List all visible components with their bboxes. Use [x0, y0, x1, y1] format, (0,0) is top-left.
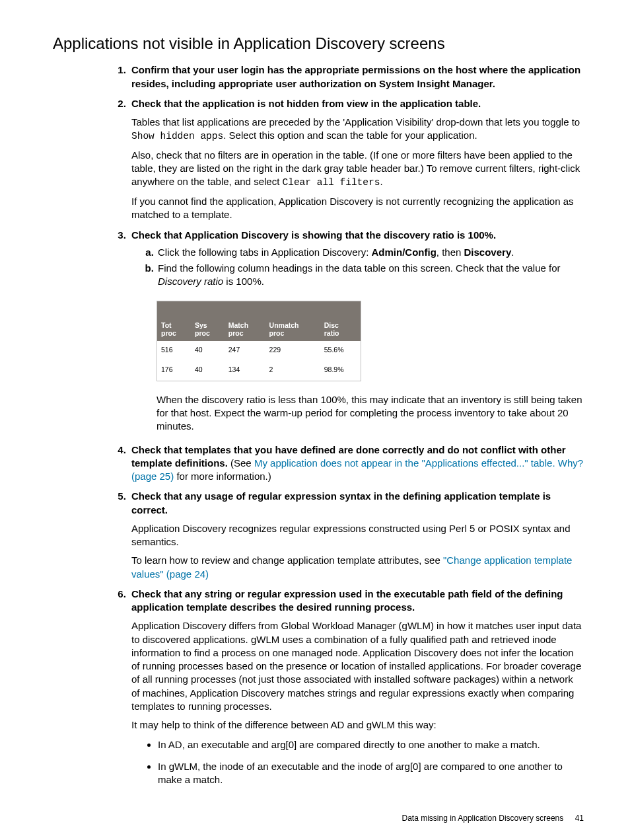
list-item-4: Check that templates that you have defin…	[129, 443, 584, 484]
item-2-heading: Check that the application is not hidden…	[131, 98, 481, 109]
list-item-3: Check that Application Discovery is show…	[129, 229, 584, 434]
item-3-heading: Check that Application Discovery is show…	[131, 229, 496, 241]
page-footer: Data missing in Application Discovery sc…	[53, 813, 584, 823]
item-3-after-paragraph: When the discovery ratio is less than 10…	[157, 393, 584, 434]
item-5-heading: Check that any usage of regular expressi…	[131, 490, 551, 515]
item-2-paragraph-2: Also, check that no filters are in opera…	[131, 149, 584, 190]
list-item-2: Check that the application is not hidden…	[129, 97, 584, 222]
item-5-paragraph-2: To learn how to review and change applic…	[131, 554, 584, 581]
item-6-bullets: In AD, an executable and arg[0] are comp…	[131, 738, 584, 786]
list-item-6: Check that any string or regular express…	[129, 588, 584, 786]
bullet-gwlm: In gWLM, the inode of an executable and …	[158, 760, 584, 787]
item-3a: Click the following tabs in Application …	[157, 246, 584, 259]
item-6-paragraph-2: It may help to think of the difference b…	[131, 718, 584, 732]
item-6-heading: Check that any string or regular express…	[131, 588, 563, 613]
section-title: Applications not visible in Application …	[53, 33, 584, 54]
main-ordered-list: Confirm that your user login has the app…	[53, 63, 584, 786]
th-match-proc: Matchproc	[225, 319, 265, 341]
th-disc-ratio: Discratio	[320, 319, 361, 341]
item-1-heading: Confirm that your user login has the app…	[131, 64, 580, 89]
item-6-paragraph-1: Application Discovery differs from Globa…	[131, 619, 584, 713]
discovery-ratio-table: Totproc Sysproc Matchproc Unmatchproc Di…	[157, 301, 361, 381]
code-clear-all-filters: Clear all filters	[283, 177, 380, 188]
bullet-ad: In AD, an executable and arg[0] are comp…	[158, 738, 584, 751]
th-unmatch-proc: Unmatchproc	[265, 319, 320, 341]
item-2-paragraph-1: Tables that list applications are preced…	[131, 116, 584, 143]
th-sys-proc: Sysproc	[191, 319, 225, 341]
table-row: 516 40 247 229 55.6%	[157, 341, 361, 361]
code-show-hidden-apps: Show hidden apps	[131, 131, 223, 141]
list-item-1: Confirm that your user login has the app…	[129, 63, 584, 91]
th-tot-proc: Totproc	[157, 319, 192, 341]
item-3b: Find the following column headings in th…	[157, 262, 584, 289]
item-5-paragraph-1: Application Discovery recognizes regular…	[131, 522, 584, 549]
list-item-5: Check that any usage of regular expressi…	[129, 490, 584, 581]
item-3-sublist: Click the following tabs in Application …	[131, 246, 584, 289]
footer-section-title: Data missing in Application Discovery sc…	[402, 814, 564, 823]
footer-page-number: 41	[575, 814, 584, 823]
table-row: 176 40 134 2 98.9%	[157, 361, 361, 381]
item-2-paragraph-3: If you cannot find the application, Appl…	[131, 195, 584, 222]
